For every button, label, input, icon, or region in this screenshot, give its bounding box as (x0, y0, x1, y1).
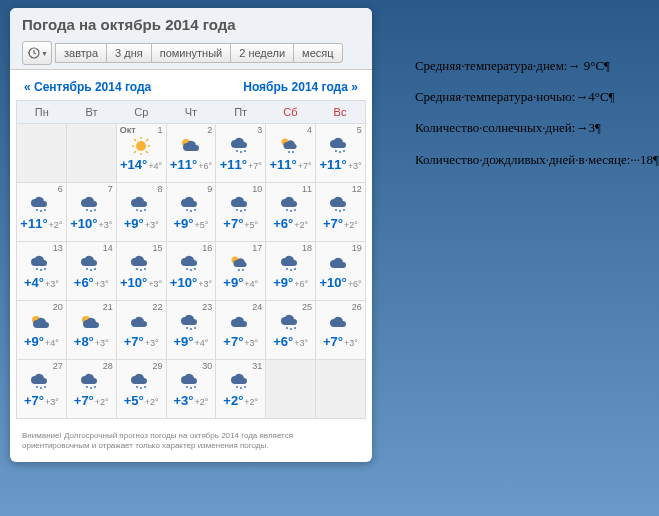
temp-low: +2° (244, 397, 258, 407)
temp-high: +2° (223, 393, 243, 408)
weather-rain-icon (179, 373, 203, 391)
weather-pc-icon (29, 314, 53, 332)
temp-low: +4° (45, 338, 59, 348)
summary-line: Средняя·температура·днем:→ 9°С¶ (415, 50, 659, 81)
tab-2weeks[interactable]: 2 недели (230, 43, 294, 63)
day-number: 5 (357, 125, 362, 135)
weather-sun-icon (129, 137, 153, 155)
day-number: 10 (252, 184, 262, 194)
next-month-link[interactable]: Ноябрь 2014 года » (243, 80, 358, 94)
temp-high: +7° (323, 216, 343, 231)
empty-cell (67, 124, 116, 182)
weather-cloud-icon (328, 255, 352, 273)
day-cell[interactable]: 5+11°+3° (316, 124, 365, 182)
day-cell[interactable]: 27+7°+3° (17, 360, 66, 418)
day-cell[interactable]: 30+3°+2° (167, 360, 216, 418)
temp-low: +2° (49, 220, 63, 230)
temp-low: +6° (198, 161, 212, 171)
day-number: 3 (257, 125, 262, 135)
day-cell[interactable]: 16+10°+3° (167, 242, 216, 300)
day-number: 30 (202, 361, 212, 371)
day-cell[interactable]: 14+6°+3° (67, 242, 116, 300)
day-number: 1 (158, 125, 163, 135)
temp-low: +2° (344, 220, 358, 230)
temp-high: +6° (74, 275, 94, 290)
history-button[interactable]: ▼ (22, 41, 52, 65)
day-number: 31 (252, 361, 262, 371)
weather-pc-icon (179, 137, 203, 155)
prev-month-link[interactable]: « Сентябрь 2014 года (24, 80, 151, 94)
day-number: 27 (53, 361, 63, 371)
day-cell[interactable]: 20+9°+4° (17, 301, 66, 359)
temp-high: +9° (173, 334, 193, 349)
tab-minute[interactable]: поминутный (151, 43, 232, 63)
temp-low: +3° (45, 397, 59, 407)
tab-month[interactable]: месяц (293, 43, 342, 63)
tab-3days[interactable]: 3 дня (106, 43, 152, 63)
temp-high: +7° (223, 334, 243, 349)
day-cell[interactable]: 22+7°+3° (117, 301, 166, 359)
day-number: 19 (352, 243, 362, 253)
weather-rain-icon (328, 196, 352, 214)
day-cell[interactable]: 31+2°+2° (216, 360, 265, 418)
temp-low: +2° (95, 397, 109, 407)
day-cell[interactable]: 10+7°+5° (216, 183, 265, 241)
weather-rain-icon (229, 196, 253, 214)
day-cell[interactable]: 24+7°+3° (216, 301, 265, 359)
weather-rain-icon (279, 255, 303, 273)
weather-rain-icon (129, 373, 153, 391)
temp-high: +10° (120, 275, 147, 290)
day-number: 18 (302, 243, 312, 253)
weather-rain-icon (179, 255, 203, 273)
day-cell[interactable]: 11+6°+2° (266, 183, 315, 241)
temp-high: +10° (319, 275, 346, 290)
day-number: 28 (103, 361, 113, 371)
dow-mon: Пн (17, 101, 67, 123)
day-cell[interactable]: 12+7°+2° (316, 183, 365, 241)
day-cell[interactable]: 3+11°+7° (216, 124, 265, 182)
day-cell[interactable]: 21+8°+3° (67, 301, 116, 359)
day-cell[interactable]: 13+4°+3° (17, 242, 66, 300)
day-cell[interactable]: 26+7°+3° (316, 301, 365, 359)
temp-low: +3° (145, 338, 159, 348)
day-cell[interactable]: 28+7°+2° (67, 360, 116, 418)
tab-tomorrow[interactable]: завтра (55, 43, 107, 63)
day-number: 26 (352, 302, 362, 312)
day-cell[interactable]: 23+9°+4° (167, 301, 216, 359)
day-cell[interactable]: Окт1+14°+4° (117, 124, 166, 182)
summary-text: Средняя·температура·днем:→ 9°С¶ Средняя·… (415, 50, 659, 468)
day-cell[interactable]: 19+10°+6° (316, 242, 365, 300)
day-number: 29 (153, 361, 163, 371)
weather-rain-icon (129, 196, 153, 214)
day-number: 22 (153, 302, 163, 312)
temp-high: +9° (24, 334, 44, 349)
weather-pcr-icon (279, 137, 303, 155)
temp-high: +11° (170, 157, 197, 172)
day-cell[interactable]: 18+9°+6° (266, 242, 315, 300)
temp-high: +7° (124, 334, 144, 349)
day-cell[interactable]: 15+10°+3° (117, 242, 166, 300)
day-cell[interactable]: 2+11°+6° (167, 124, 216, 182)
temp-high: +9° (124, 216, 144, 231)
day-cell[interactable]: 7+10°+3° (67, 183, 116, 241)
weather-rain-icon (279, 196, 303, 214)
day-cell[interactable]: 17+9°+4° (216, 242, 265, 300)
weather-rain-icon (328, 137, 352, 155)
temp-low: +3° (95, 338, 109, 348)
weather-pc-icon (79, 314, 103, 332)
empty-cell (316, 360, 365, 418)
weather-rain-icon (29, 196, 53, 214)
day-cell[interactable]: 8+9°+3° (117, 183, 166, 241)
empty-cell (266, 360, 315, 418)
day-cell[interactable]: 9+9°+5° (167, 183, 216, 241)
temp-low: +2° (145, 397, 159, 407)
empty-cell (17, 124, 66, 182)
day-cell[interactable]: 4+11°+7° (266, 124, 315, 182)
day-number: 17 (252, 243, 262, 253)
temp-high: +5° (124, 393, 144, 408)
day-cell[interactable]: 25+6°+3° (266, 301, 315, 359)
day-cell[interactable]: 29+5°+2° (117, 360, 166, 418)
temp-low: +3° (148, 279, 162, 289)
day-cell[interactable]: 6+11°+2° (17, 183, 66, 241)
temp-low: +6° (348, 279, 362, 289)
